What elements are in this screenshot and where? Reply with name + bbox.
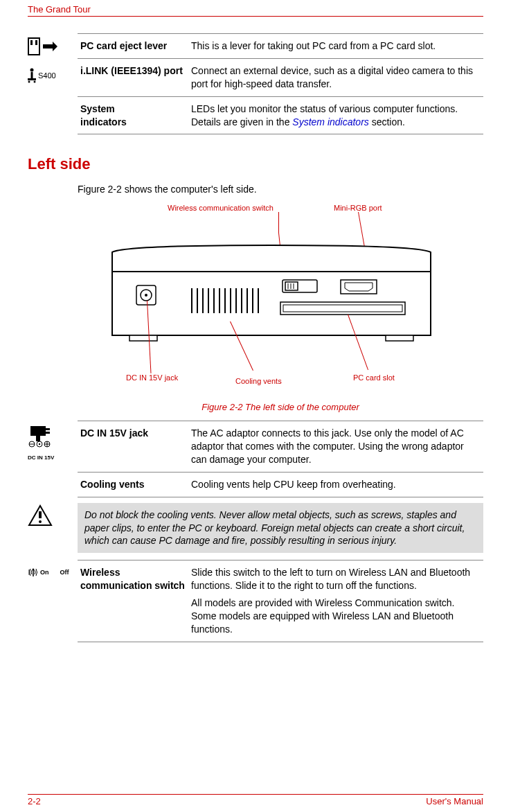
- header-rule: [28, 16, 483, 17]
- svg-rect-0: [28, 38, 39, 55]
- top-table-row: S400 PC card eject lever This is a lever…: [28, 33, 483, 134]
- warning-icon-col: [28, 503, 78, 554]
- callout-mini-rgb: Mini-RGB port: [334, 204, 382, 212]
- desc-post: section.: [369, 116, 405, 127]
- dc-in-icon-col: DC IN 15V: [28, 421, 78, 497]
- svg-point-7: [28, 81, 30, 83]
- callout-cooling: Cooling vents: [235, 377, 282, 385]
- svg-point-51: [33, 569, 35, 571]
- term-cell: Wireless communication switch: [78, 561, 188, 642]
- chapter-title: The Grand Tour: [28, 0, 483, 16]
- figure-caption: Figure 2-2 The left side of the computer: [78, 402, 483, 412]
- term-cell: Cooling vents: [78, 472, 188, 497]
- svg-point-14: [145, 294, 147, 297]
- callout-dc-in: DC IN 15V jack: [126, 373, 178, 382]
- table-row: PC card eject lever This is a lever for …: [78, 34, 483, 59]
- svg-rect-1: [30, 40, 33, 45]
- top-table-content: PC card eject lever This is a lever for …: [78, 33, 483, 134]
- wireless-switch-icon: On Off: [28, 567, 78, 578]
- warning-text: Do not block the cooling vents. Never al…: [78, 503, 483, 554]
- table-row: Wireless communication switch Slide this…: [78, 561, 483, 642]
- section-heading-left-side: Left side: [28, 155, 483, 173]
- desc-cell: LEDs let you monitor the status of vario…: [188, 96, 483, 134]
- table-row: i.LINK (IEEE1394) port Connect an extern…: [78, 58, 483, 96]
- dc-in-icon: [28, 425, 55, 452]
- svg-marker-3: [43, 42, 57, 51]
- svg-rect-10: [129, 335, 157, 341]
- antenna-icon: [28, 567, 39, 578]
- definition-table-bottom2: Wireless communication switch Slide this…: [78, 560, 483, 642]
- svg-rect-11: [386, 335, 413, 341]
- svg-rect-38: [46, 432, 50, 434]
- svg-point-43: [39, 443, 40, 445]
- term-line1: System: [80, 103, 186, 116]
- system-indicators-link[interactable]: System indicators: [292, 116, 368, 127]
- ilink-icon: [28, 68, 36, 83]
- table-row: DC IN 15V jack The AC adaptor connects t…: [78, 421, 483, 473]
- svg-point-49: [39, 520, 42, 523]
- ilink-icon-wrap: S400: [28, 68, 78, 83]
- table-row: Cooling vents Cooling vents help CPU kee…: [78, 472, 483, 497]
- page-footer: 2-2 User's Manual: [28, 794, 483, 806]
- term-cell: i.LINK (IEEE1394) port: [78, 58, 188, 96]
- svg-rect-48: [39, 511, 42, 518]
- caution-icon: [28, 504, 53, 527]
- page-number: 2-2: [28, 796, 41, 806]
- svg-rect-35: [283, 305, 402, 312]
- laptop-left-side-illustration: [105, 238, 438, 363]
- bottom-table2-row: On Off Wireless communication switch Sli…: [28, 560, 483, 642]
- desc-cell: Connect an external device, such as a di…: [188, 58, 483, 96]
- term-line2: indicators: [80, 116, 186, 129]
- manual-label: User's Manual: [426, 796, 483, 806]
- callout-wireless: Wireless communication switch: [168, 204, 274, 212]
- on-label: On: [40, 569, 49, 576]
- desc-p2: All models are provided with Wireless Co…: [191, 597, 481, 636]
- svg-rect-6: [28, 78, 36, 80]
- svg-rect-37: [46, 428, 50, 430]
- definition-table-bottom1: DC IN 15V jack The AC adaptor connects t…: [78, 421, 483, 497]
- s400-label: S400: [38, 71, 56, 80]
- svg-rect-36: [30, 426, 46, 436]
- term-cell: DC IN 15V jack: [78, 421, 188, 473]
- top-icons-column: S400: [28, 33, 78, 134]
- desc-cell: The AC adaptor connects to this jack. Us…: [188, 421, 483, 473]
- svg-rect-39: [36, 436, 40, 441]
- desc-p1: Slide this switch to the left to turn on…: [191, 566, 481, 592]
- term-cell: PC card eject lever: [78, 34, 188, 59]
- desc-cell: This is a lever for taking out PC card f…: [188, 34, 483, 59]
- figure-wrap: Wireless communication switch Mini-RGB p…: [78, 204, 483, 398]
- desc-cell: Cooling vents help CPU keep from overhea…: [188, 472, 483, 497]
- bottom-table1-row: DC IN 15V DC IN 15V jack The AC adaptor …: [28, 421, 483, 497]
- wireless-icon-col: On Off: [28, 560, 78, 642]
- dc-in-label: DC IN 15V: [28, 454, 78, 461]
- intro-paragraph: Figure 2-2 shows the computer's left sid…: [78, 183, 483, 197]
- svg-rect-5: [31, 72, 33, 78]
- svg-rect-29: [285, 282, 298, 290]
- warning-row: Do not block the cooling vents. Never al…: [28, 503, 483, 554]
- callout-pc-card: PC card slot: [353, 373, 395, 382]
- svg-point-8: [34, 81, 36, 83]
- footer-rule: [28, 794, 483, 795]
- svg-point-4: [30, 69, 34, 72]
- definition-table-top: PC card eject lever This is a lever for …: [78, 33, 483, 134]
- svg-rect-2: [35, 40, 37, 45]
- term-cell: System indicators: [78, 96, 188, 134]
- desc-cell: Slide this switch to the left to turn on…: [188, 561, 483, 642]
- table-row: System indicators LEDs let you monitor t…: [78, 96, 483, 134]
- pc-card-eject-icon: [28, 37, 58, 58]
- off-label: Off: [60, 569, 69, 576]
- leader-line: [278, 212, 279, 233]
